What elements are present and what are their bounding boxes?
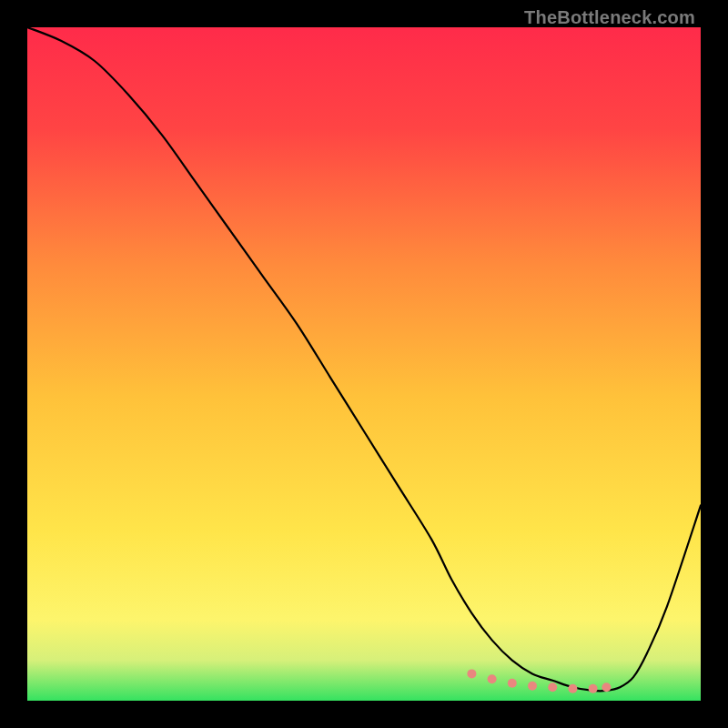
flat-region-dot	[548, 682, 557, 692]
chart-svg	[27, 27, 701, 701]
flat-region-dot	[508, 679, 517, 688]
chart-frame: TheBottleneck.com	[0, 0, 728, 728]
watermark-text: TheBottleneck.com	[524, 7, 695, 28]
flat-region-dot	[488, 674, 497, 683]
flat-region-dot	[467, 669, 476, 678]
gradient-background	[27, 27, 701, 701]
flat-region-dot	[528, 682, 537, 691]
plot-area	[27, 27, 701, 701]
flat-region-dot	[602, 682, 611, 692]
flat-region-dot	[589, 684, 598, 693]
flat-region-dot	[568, 684, 577, 693]
